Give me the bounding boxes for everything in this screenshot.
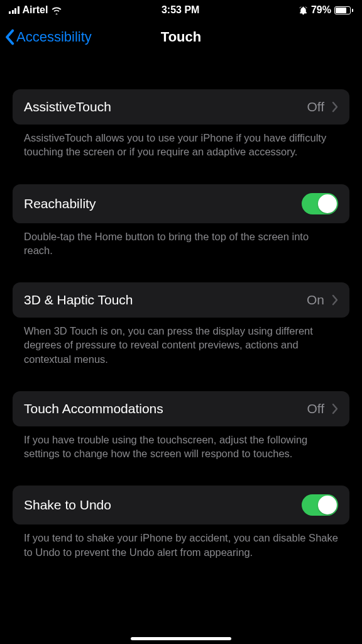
group-footer: AssistiveTouch allows you to use your iP… (13, 125, 349, 159)
row-label: AssistiveTouch (24, 99, 111, 114)
battery-icon (334, 6, 353, 14)
row-3d-haptic[interactable]: 3D & Haptic Touch On (13, 282, 349, 318)
signal-icon (9, 6, 19, 14)
row-reachability[interactable]: Reachability (13, 184, 349, 223)
chevron-right-icon (332, 294, 338, 306)
group-reachability: Reachability Double-tap the Home button … (13, 184, 349, 258)
row-value: Off (307, 401, 324, 416)
settings-list: AssistiveTouch Off AssistiveTouch allows… (0, 89, 362, 559)
nav-bar: Accessibility Touch (0, 18, 362, 57)
back-label: Accessibility (16, 29, 92, 45)
row-right: Off (307, 401, 338, 416)
toggle-reachability[interactable] (302, 193, 338, 214)
group-footer: If you have trouble using the touchscree… (13, 426, 349, 461)
row-shake-to-undo[interactable]: Shake to Undo (13, 486, 349, 525)
alarm-icon (299, 6, 308, 15)
chevron-right-icon (332, 403, 338, 414)
group-touch-accommodations: Touch Accommodations Off If you have tro… (13, 391, 349, 461)
group-footer: If you tend to shake your iPhone by acci… (13, 525, 349, 559)
chevron-left-icon (4, 29, 15, 45)
row-label: Touch Accommodations (24, 401, 163, 416)
status-right: 79% (299, 4, 353, 16)
status-bar: Airtel 3:53 PM 79% (0, 0, 362, 18)
row-value: Off (307, 99, 324, 114)
row-label: 3D & Haptic Touch (24, 292, 133, 308)
group-3d-haptic: 3D & Haptic Touch On When 3D Touch is on… (13, 282, 349, 366)
page-title: Touch (161, 29, 201, 45)
toggle-shake-to-undo[interactable] (302, 494, 338, 516)
chevron-right-icon (332, 101, 338, 113)
group-footer: When 3D Touch is on, you can press the d… (13, 318, 349, 366)
row-touch-accommodations[interactable]: Touch Accommodations Off (13, 391, 349, 426)
row-label: Shake to Undo (24, 497, 111, 513)
home-indicator[interactable] (131, 637, 231, 640)
group-shake-to-undo: Shake to Undo If you tend to shake your … (13, 486, 349, 559)
carrier-label: Airtel (23, 4, 48, 16)
group-footer: Double-tap the Home button to bring the … (13, 223, 349, 258)
battery-percent: 79% (311, 4, 331, 16)
row-right: Off (307, 99, 338, 114)
row-value: On (307, 292, 324, 308)
row-right: On (307, 292, 338, 308)
group-assistivetouch: AssistiveTouch Off AssistiveTouch allows… (13, 89, 349, 159)
status-time: 3:53 PM (162, 4, 199, 16)
wifi-icon (51, 6, 62, 14)
back-button[interactable]: Accessibility (4, 29, 92, 45)
row-label: Reachability (24, 196, 96, 211)
row-assistivetouch[interactable]: AssistiveTouch Off (13, 89, 349, 125)
status-left: Airtel (9, 4, 62, 16)
